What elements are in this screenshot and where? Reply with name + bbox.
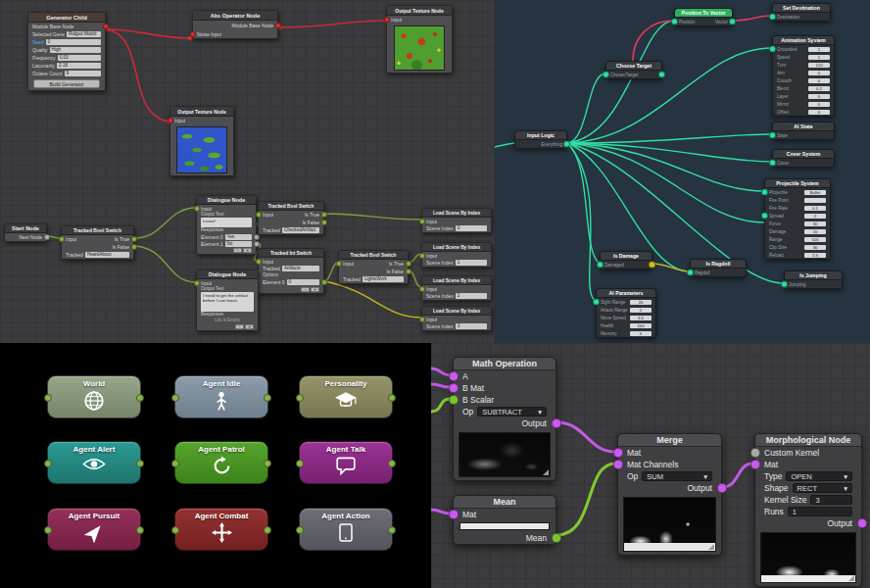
remove-element-button[interactable]: −: [235, 324, 244, 329]
input-port[interactable]: [420, 318, 424, 321]
remove-element-button[interactable]: −: [233, 248, 242, 253]
row-field[interactable]: 100: [804, 237, 826, 242]
input-port[interactable]: [604, 73, 608, 77]
lacunarity-field[interactable]: 2.16: [57, 63, 101, 69]
input-port[interactable]: [762, 214, 767, 219]
input-port[interactable]: [594, 300, 599, 305]
seed-field[interactable]: 0: [46, 39, 101, 45]
b-mat-input-port[interactable]: [450, 384, 458, 392]
node-header[interactable]: Dialogue Node: [197, 270, 258, 279]
row-field[interactable]: 1.5: [804, 253, 826, 258]
input-port[interactable]: [420, 287, 424, 291]
is-true-port[interactable]: [322, 213, 326, 217]
is-false-port[interactable]: [407, 270, 411, 273]
tracked-variable-dropdown[interactable]: LightsWork: [362, 276, 404, 282]
row-field[interactable]: [804, 198, 826, 203]
node-header[interactable]: Start Node: [5, 224, 46, 233]
op-dropdown[interactable]: SUM▾: [642, 471, 712, 481]
row-field[interactable]: 2: [804, 214, 826, 219]
response-field[interactable]: No: [225, 241, 252, 247]
is-false-port[interactable]: [322, 220, 326, 224]
morphological-node[interactable]: Morphological Node Custom Kernel Mat Typ…: [754, 433, 862, 587]
load-scene-node[interactable]: Load Scene By Index Input Scene Index3: [421, 306, 492, 331]
ai-state-node[interactable]: AI State State: [772, 122, 835, 140]
node-header[interactable]: Output Texture Node: [170, 107, 233, 117]
shape-dropdown[interactable]: RECT▾: [793, 483, 852, 493]
cover-system-node[interactable]: Cover System Cover: [772, 149, 835, 168]
world-node[interactable]: World: [47, 375, 141, 418]
row-field[interactable]: 2: [630, 308, 652, 313]
generator-child-node[interactable]: Generator Child Module Base Node Selecte…: [27, 12, 106, 91]
row-field[interactable]: 0: [808, 102, 830, 107]
input-port[interactable]: [337, 262, 341, 266]
mat-input-port[interactable]: [450, 511, 458, 518]
input-port[interactable]: [169, 119, 172, 122]
input-port[interactable]: [420, 254, 424, 258]
node-header[interactable]: AI Parameters: [597, 289, 655, 298]
response-output-port[interactable]: [255, 235, 259, 239]
input-port[interactable]: [672, 20, 677, 24]
tracked-variable-dropdown[interactable]: HeardAbout: [85, 252, 129, 258]
row-field[interactable]: 0.2: [808, 86, 830, 91]
input-port[interactable]: [782, 282, 787, 287]
scene-index-field[interactable]: 3: [456, 323, 487, 329]
input-port[interactable]: [770, 47, 775, 52]
option-field[interactable]: 0: [287, 279, 319, 285]
is-jumping-node[interactable]: Is Jumping Jumping: [784, 270, 843, 289]
node-header[interactable]: Morphological Node: [755, 434, 861, 447]
personality-node[interactable]: Personality: [299, 375, 393, 418]
agent-pursuit-node[interactable]: Agent Pursuit: [47, 508, 141, 551]
input-port[interactable]: [257, 260, 261, 264]
agent-talk-node[interactable]: Agent Talk: [299, 441, 393, 484]
is-ragdoll-node[interactable]: Is Ragdoll Ragdoll: [690, 259, 747, 277]
node-header[interactable]: Tracked Bool Switch: [62, 226, 133, 235]
row-field[interactable]: 30: [804, 221, 826, 226]
abs-operator-node[interactable]: Abs Operator Node Module Base Node Noise…: [192, 10, 278, 39]
row-field[interactable]: 20: [630, 300, 652, 305]
output-texture-node-mid[interactable]: Output Texture Node Input: [169, 106, 234, 176]
node-header[interactable]: Is Jumping: [785, 271, 842, 280]
remove-element-button[interactable]: −: [301, 287, 310, 292]
input-port[interactable]: [257, 213, 261, 217]
dialogue-text-area[interactable]: I need to get the artifact before I can …: [201, 292, 254, 312]
input-port[interactable]: [60, 237, 64, 241]
add-element-button[interactable]: +: [243, 248, 252, 253]
node-header[interactable]: Is Damage: [601, 252, 652, 261]
node-header[interactable]: Mean: [454, 496, 556, 509]
output-port[interactable]: [718, 484, 726, 492]
node-header[interactable]: Tracked Bool Switch: [259, 202, 323, 211]
octave-count-field[interactable]: 9: [65, 71, 101, 76]
output-port[interactable]: [858, 519, 866, 527]
option-output-port[interactable]: [322, 280, 326, 284]
node-header[interactable]: Position To Vector: [675, 9, 732, 18]
tracked-bool-switch-node[interactable]: Tracked Bool Switch InputIs True Is Fals…: [61, 225, 134, 260]
output-texture-node-top[interactable]: Output Texture Node Input: [386, 5, 453, 74]
is-true-port[interactable]: [407, 262, 411, 266]
resize-handle[interactable]: [848, 575, 854, 581]
node-header[interactable]: Load Scene By Index: [422, 276, 491, 285]
mean-output-port[interactable]: [553, 534, 560, 542]
row-field[interactable]: Bullet: [804, 190, 826, 195]
output-port[interactable]: [730, 20, 735, 24]
input-port[interactable]: [770, 133, 775, 138]
agent-idle-node[interactable]: Agent Idle: [174, 375, 268, 418]
row-field[interactable]: 0: [808, 94, 830, 99]
projectile-system-node[interactable]: Projectile System ProjectileBullet Fire …: [764, 178, 831, 260]
frequency-field[interactable]: 0.03: [58, 55, 101, 61]
noise-input-port[interactable]: [191, 32, 195, 36]
is-true-port[interactable]: [132, 237, 136, 241]
agent-combat-node[interactable]: Agent Combat: [174, 508, 268, 551]
node-header[interactable]: Merge: [618, 434, 721, 447]
next-node-port[interactable]: [45, 235, 49, 239]
node-header[interactable]: Projectile System: [765, 179, 830, 188]
resize-handle[interactable]: [708, 544, 714, 550]
node-header[interactable]: Math Operation: [454, 358, 556, 370]
row-field[interactable]: 100: [630, 323, 652, 328]
quality-dropdown[interactable]: High: [50, 47, 101, 53]
node-header[interactable]: Tracked Int Switch: [259, 249, 323, 258]
agent-patrol-node[interactable]: Agent Patrol: [174, 441, 268, 484]
add-element-button[interactable]: +: [311, 287, 319, 292]
input-port[interactable]: [688, 270, 693, 275]
output-port[interactable]: [564, 142, 569, 147]
row-field[interactable]: 30: [804, 245, 826, 250]
